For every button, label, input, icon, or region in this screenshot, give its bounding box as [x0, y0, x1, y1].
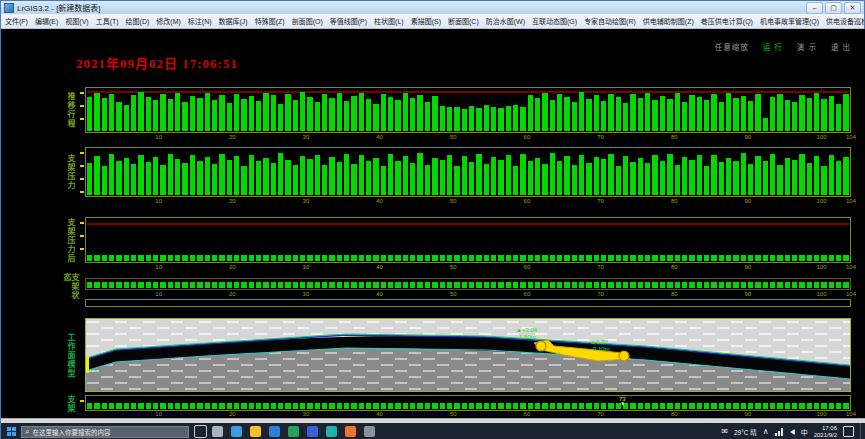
minimize-button[interactable]: –	[806, 2, 823, 14]
menu-item-17[interactable]: 专家自动绘图(R)	[584, 16, 636, 26]
menu-item-12[interactable]: 柱状图(L)	[374, 16, 404, 26]
supports-bar	[454, 403, 459, 409]
close-button[interactable]: ✕	[844, 2, 861, 14]
menu-item-16[interactable]: 互联动态图(G)	[532, 16, 577, 26]
pressure-rear-bar	[403, 255, 408, 261]
supports-bar	[667, 403, 672, 409]
menu-item-7[interactable]: 标注(N)	[188, 16, 212, 26]
pressure-rear-bar	[102, 255, 107, 261]
stroke-bar	[550, 100, 555, 131]
menu-item-9[interactable]: 特殊图(Z)	[255, 16, 285, 26]
application-window: LrGIS3.2 - [新建数据表] – ▢ ✕ 文件(F)编辑(E)视图(V)…	[0, 0, 865, 439]
action-center-icon[interactable]	[843, 426, 854, 437]
status-bar	[205, 282, 210, 288]
taskbar-icon-file-explorer[interactable]	[250, 426, 261, 437]
pressure-rear-bar	[116, 255, 121, 261]
show-desktop-button[interactable]	[860, 423, 864, 439]
stroke-bar	[432, 96, 437, 131]
menu-item-5[interactable]: 绘图(D)	[126, 16, 150, 26]
stroke-bar	[836, 104, 841, 131]
supports-bar	[249, 403, 254, 409]
taskbar-icon-task-view[interactable]	[212, 426, 223, 437]
task-view-button[interactable]	[194, 425, 207, 438]
pressure-bar	[307, 159, 312, 195]
taskbar-icon-app-gray[interactable]	[364, 426, 375, 437]
menu-item-20[interactable]: 机电事故率管理(Q)	[760, 16, 819, 26]
pressure-rear-bar	[564, 255, 569, 261]
weather-widget[interactable]: 29°C 晴	[734, 427, 757, 437]
taskbar-icon-app-teal[interactable]	[326, 426, 337, 437]
maximize-button[interactable]: ▢	[825, 2, 842, 14]
pressure-rear-bar	[197, 255, 202, 261]
menu-item-6[interactable]: 修改(M)	[156, 16, 181, 26]
menu-item-10[interactable]: 剖面图(O)	[292, 16, 323, 26]
supports-bar	[417, 403, 422, 409]
pressure-rear-bar	[542, 255, 547, 261]
menu-item-14[interactable]: 断面图(C)	[448, 16, 479, 26]
supports-bar	[785, 403, 790, 409]
stroke-bar	[337, 93, 342, 131]
y-axis-ticks	[80, 92, 84, 130]
stroke-bar	[697, 97, 702, 131]
pressure-rear-bar	[219, 255, 224, 261]
menu-item-4[interactable]: 工具(T)	[96, 16, 119, 26]
status-bar	[697, 282, 702, 288]
pressure-bar	[726, 158, 731, 195]
mode-button-4[interactable]: 退 出	[831, 41, 851, 52]
supports-bar	[447, 403, 452, 409]
stroke-bar	[498, 108, 503, 131]
supports-bar	[271, 403, 276, 409]
status-bar	[322, 282, 327, 288]
pressure-rear-bar	[476, 255, 481, 261]
status-bar	[711, 282, 716, 288]
stroke-bar	[748, 101, 753, 131]
taskbar-icon-app-orange[interactable]	[345, 426, 356, 437]
stroke-bar	[87, 97, 92, 131]
taskbar-icon-app-green[interactable]	[288, 426, 299, 437]
mail-icon[interactable]: ✉	[721, 427, 728, 436]
menu-item-8[interactable]: 数据库(J)	[219, 16, 248, 26]
menu-item-13[interactable]: 素描图(S)	[411, 16, 441, 26]
network-icon[interactable]	[775, 428, 784, 436]
menu-item-1[interactable]: 文件(F)	[5, 16, 28, 26]
mode-button-3[interactable]: 演 示	[797, 41, 817, 52]
mode-button-1[interactable]: 任意缩放	[715, 41, 749, 52]
stroke-bar	[168, 99, 173, 131]
system-tray: ✉ 29°C 晴 ∧ 中 17:06 2021/9/2	[721, 423, 865, 439]
start-button[interactable]	[1, 423, 21, 439]
pressure-bar	[755, 156, 760, 195]
status-bar	[293, 282, 298, 288]
taskbar-icon-edge[interactable]	[231, 426, 242, 437]
status-bar	[344, 282, 349, 288]
pressure-rear-bar	[697, 255, 702, 261]
menu-item-2[interactable]: 编辑(E)	[35, 16, 58, 26]
pressure-bar	[315, 155, 320, 195]
menu-item-3[interactable]: 视图(V)	[65, 16, 88, 26]
menu-item-19[interactable]: 巷压供电计算(Q)	[701, 16, 753, 26]
supports-bar	[704, 403, 709, 409]
menu-item-11[interactable]: 等值线图(P)	[330, 16, 367, 26]
pressure-rear-bar	[388, 255, 393, 261]
x-tick-label: 90	[745, 198, 752, 204]
pressure-rear-bar	[807, 255, 812, 261]
stroke-bar	[528, 95, 533, 131]
menu-item-21[interactable]: 供电设备巡检(X)	[826, 16, 864, 26]
status-bar	[373, 282, 378, 288]
status-bar	[160, 282, 165, 288]
status-bar	[153, 282, 158, 288]
chevron-up-icon[interactable]: ∧	[763, 427, 769, 436]
menu-item-18[interactable]: 供电辅助制图(Z)	[643, 16, 694, 26]
volume-icon[interactable]	[790, 429, 795, 435]
supports-bar	[102, 403, 107, 409]
taskbar-clock[interactable]: 17:06 2021/9/2	[814, 425, 837, 438]
mode-button-2[interactable]: 运 行	[763, 41, 783, 52]
ime-badge[interactable]: 中	[801, 427, 808, 437]
taskbar-icon-app-blue[interactable]	[269, 426, 280, 437]
search-input[interactable]: ⌕ 在这里输入你要搜索的内容	[21, 426, 189, 438]
status-bar	[579, 282, 584, 288]
x-tick-label: 90	[745, 291, 752, 297]
status-x-axis: 102030405060708090100104	[85, 291, 851, 299]
stroke-bar	[652, 100, 657, 131]
menu-item-15[interactable]: 防治水图(W)	[486, 16, 525, 26]
taskbar-icon-app-navy[interactable]	[307, 426, 318, 437]
